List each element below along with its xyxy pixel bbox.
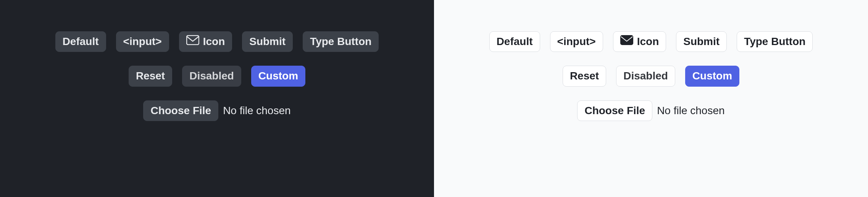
submit-button[interactable]: Submit [676, 31, 727, 52]
svg-rect-1 [621, 36, 633, 45]
file-input-row: Choose File No file chosen [143, 100, 290, 121]
icon-button[interactable]: Icon [179, 31, 232, 52]
input-button[interactable]: <input> [550, 31, 603, 52]
file-input-row: Choose File No file chosen [577, 100, 724, 121]
type-button[interactable]: Type Button [303, 31, 379, 52]
default-button[interactable]: Default [55, 31, 106, 52]
choose-file-button[interactable]: Choose File [143, 100, 218, 121]
button-row-1: Default <input> Icon Submit Type Button [55, 31, 379, 52]
svg-rect-0 [187, 36, 199, 45]
submit-button[interactable]: Submit [242, 31, 293, 52]
file-status-text: No file chosen [657, 105, 724, 117]
choose-file-button[interactable]: Choose File [577, 100, 652, 121]
input-button[interactable]: <input> [116, 31, 169, 52]
button-row-2: Reset Disabled Custom [129, 66, 305, 86]
file-status-text: No file chosen [223, 105, 290, 117]
disabled-button: Disabled [616, 66, 675, 86]
reset-button[interactable]: Reset [129, 66, 172, 86]
custom-button[interactable]: Custom [685, 66, 739, 86]
dark-theme-panel: Default <input> Icon Submit Type Button … [0, 0, 434, 197]
button-row-1: Default <input> Icon Submit Type Button [489, 31, 813, 52]
icon-button[interactable]: Icon [613, 31, 666, 52]
mail-icon [620, 35, 633, 48]
light-theme-panel: Default <input> Icon Submit Type Button … [434, 0, 868, 197]
button-row-2: Reset Disabled Custom [563, 66, 739, 86]
custom-button[interactable]: Custom [251, 66, 305, 86]
mail-icon [186, 35, 199, 48]
disabled-button: Disabled [182, 66, 241, 86]
icon-button-label: Icon [203, 35, 225, 48]
reset-button[interactable]: Reset [563, 66, 606, 86]
icon-button-label: Icon [637, 35, 659, 48]
type-button[interactable]: Type Button [737, 31, 813, 52]
default-button[interactable]: Default [489, 31, 540, 52]
